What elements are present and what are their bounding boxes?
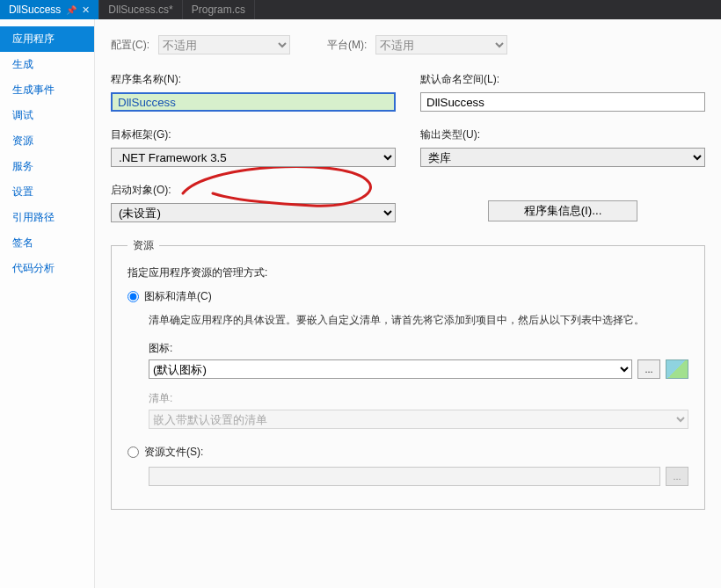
radio-resource-file-label: 资源文件(S): (144, 445, 203, 460)
tab-program-cs[interactable]: Program.cs (183, 0, 255, 19)
resource-file-browse-button: ... (666, 467, 688, 486)
config-label: 配置(C): (111, 38, 149, 53)
resources-legend: 资源 (127, 238, 159, 253)
radio-resource-file[interactable] (127, 446, 139, 458)
sidebar-item-code-analysis[interactable]: 代码分析 (0, 256, 94, 281)
resources-fieldset: 资源 指定应用程序资源的管理方式: 图标和清单(C) 清单确定应用程序的具体设置… (111, 238, 705, 510)
sidebar-item-resources[interactable]: 资源 (0, 128, 94, 154)
tab-bar: DllSuccess 📌 ✕ DllSucess.cs* Program.cs (0, 0, 721, 19)
config-select: 不适用 (158, 35, 290, 54)
radio-icon-manifest-label: 图标和清单(C) (144, 289, 212, 304)
target-framework-select[interactable]: .NET Framework 3.5 (111, 148, 396, 167)
sidebar-item-build-events[interactable]: 生成事件 (0, 77, 94, 103)
manifest-label: 清单: (149, 391, 688, 406)
sidebar-item-services[interactable]: 服务 (0, 154, 94, 179)
resource-file-input (149, 467, 660, 486)
sidebar-item-settings[interactable]: 设置 (0, 179, 94, 205)
manifest-select: 嵌入带默认设置的清单 (149, 410, 688, 429)
sidebar-item-build[interactable]: 生成 (0, 52, 94, 77)
target-framework-label: 目标框架(G): (111, 127, 396, 142)
output-type-select[interactable]: 类库 (420, 148, 705, 167)
icon-preview (666, 359, 688, 379)
pin-icon[interactable]: 📌 (66, 5, 76, 15)
sidebar-item-debug[interactable]: 调试 (0, 103, 94, 128)
sidebar-item-signing[interactable]: 签名 (0, 230, 94, 256)
assembly-name-input[interactable] (111, 92, 396, 112)
tab-label: DllSucess.cs* (108, 4, 172, 16)
tab-label: DllSuccess (9, 4, 61, 16)
tab-label: Program.cs (192, 4, 245, 16)
startup-object-select[interactable]: (未设置) (111, 203, 396, 222)
platform-select: 不适用 (375, 35, 507, 54)
default-namespace-label: 默认命名空间(L): (420, 72, 705, 87)
platform-label: 平台(M): (327, 38, 367, 53)
icon-manifest-description: 清单确定应用程序的具体设置。要嵌入自定义清单，请首先将它添加到项目中，然后从以下… (149, 311, 688, 329)
startup-object-label: 启动对象(O): (111, 183, 396, 198)
default-namespace-input[interactable] (420, 92, 705, 112)
resources-heading: 指定应用程序资源的管理方式: (127, 265, 688, 280)
sidebar-item-application[interactable]: 应用程序 (0, 26, 94, 52)
tab-dllsucess-cs[interactable]: DllSucess.cs* (99, 0, 182, 19)
property-page-content: 配置(C): 不适用 平台(M): 不适用 程序集名称(N): 默认命名空间(L… (95, 19, 721, 588)
radio-icon-manifest[interactable] (127, 291, 139, 302)
icon-select[interactable]: (默认图标) (149, 359, 632, 379)
output-type-label: 输出类型(U): (420, 127, 705, 142)
assembly-info-button[interactable]: 程序集信息(I)... (488, 200, 637, 221)
assembly-name-label: 程序集名称(N): (111, 72, 396, 87)
property-page-nav: 应用程序 生成 生成事件 调试 资源 服务 设置 引用路径 签名 代码分析 (0, 19, 95, 588)
config-platform-row: 配置(C): 不适用 平台(M): 不适用 (111, 35, 705, 54)
close-icon[interactable]: ✕ (82, 4, 90, 16)
sidebar-item-reference-paths[interactable]: 引用路径 (0, 205, 94, 230)
icon-browse-button[interactable]: ... (637, 359, 660, 379)
tab-dllsuccess[interactable]: DllSuccess 📌 ✕ (0, 0, 99, 19)
icon-label: 图标: (149, 341, 688, 356)
